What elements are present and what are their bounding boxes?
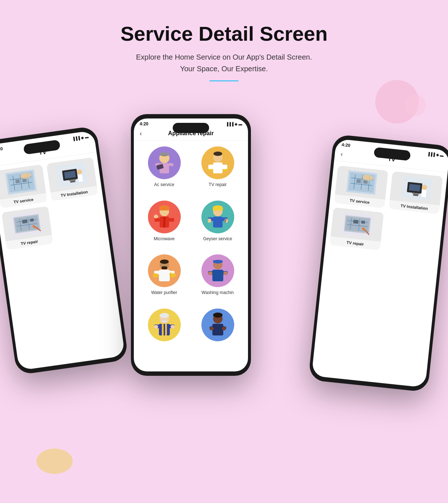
page-header: Service Detail Screen Explore the Home S… bbox=[0, 0, 448, 96]
tv-installation-svg-right bbox=[401, 176, 432, 201]
svg-point-82 bbox=[223, 271, 228, 275]
svg-rect-25 bbox=[30, 218, 34, 222]
svg-point-81 bbox=[208, 271, 212, 275]
tv-service-svg-right bbox=[346, 170, 377, 195]
water-purifier-icon bbox=[148, 254, 181, 287]
svg-rect-49 bbox=[163, 217, 165, 228]
service-item-washing[interactable]: Washing machin bbox=[193, 254, 242, 303]
svg-rect-97 bbox=[212, 324, 223, 335]
time-right: 4:20 bbox=[341, 142, 351, 148]
tv-installation-img bbox=[47, 157, 97, 193]
dynamic-island-center bbox=[173, 123, 209, 133]
tv-repair-img-right bbox=[331, 208, 384, 242]
svg-rect-57 bbox=[213, 208, 223, 210]
tv-repair-svg bbox=[11, 211, 43, 237]
tv-grid-right: TV service bbox=[325, 161, 448, 261]
svg-rect-114 bbox=[409, 184, 420, 192]
service-circle-water bbox=[148, 254, 181, 287]
time-left: 4:20 bbox=[0, 146, 3, 152]
svg-point-96 bbox=[213, 313, 223, 318]
svg-point-93 bbox=[171, 325, 175, 329]
service-label-washing: Washing machin bbox=[201, 290, 233, 295]
service-label-tv-repair: TV repair bbox=[209, 182, 227, 187]
washing-machine-icon bbox=[201, 254, 234, 287]
tv-service-card-right[interactable]: TV service bbox=[334, 165, 388, 208]
service-item-extra1[interactable] bbox=[140, 309, 189, 352]
service-item-tv-repair[interactable]: TV repair bbox=[193, 146, 242, 195]
svg-rect-77 bbox=[213, 260, 223, 263]
svg-rect-47 bbox=[159, 208, 169, 210]
svg-rect-43 bbox=[222, 165, 227, 169]
service-label-water: Water purifier bbox=[151, 290, 177, 295]
service-circle-microwave bbox=[148, 201, 181, 233]
back-button-center[interactable]: ‹ bbox=[140, 130, 142, 137]
tv-repair-card-left[interactable]: TV repair bbox=[1, 206, 53, 250]
service-grid-center: Ac service bbox=[134, 141, 248, 357]
status-icons-left: ▐▐▐ ◈ ▬ bbox=[72, 134, 89, 141]
status-icons-center: ▐▐▐ ◈ ▬ bbox=[226, 122, 242, 126]
svg-point-71 bbox=[153, 273, 159, 278]
ac-service-icon bbox=[148, 146, 181, 179]
service-item-extra2[interactable] bbox=[193, 309, 242, 352]
page-subtitle: Explore the Home Service on Our App's De… bbox=[7, 51, 441, 75]
svg-point-66 bbox=[160, 259, 169, 264]
svg-rect-109 bbox=[356, 179, 361, 183]
service-item-ac[interactable]: Ac service bbox=[140, 146, 189, 195]
tv-repair-card-right[interactable]: TV repair bbox=[329, 208, 384, 250]
service-label-ac: Ac service bbox=[154, 182, 174, 187]
service-circle-washing bbox=[201, 254, 234, 287]
tv-installation-card[interactable]: TV Installation bbox=[47, 157, 98, 201]
microwave-icon bbox=[148, 201, 181, 233]
page-title: Service Detail Screen bbox=[7, 22, 441, 45]
tv-service-svg bbox=[5, 169, 37, 195]
phones-container: 4:20 ▐▐▐ ◈ ▬ ‹ TV bbox=[0, 103, 448, 485]
phone-right: 4:20 ▐▐▐ ◈ ▬ ‹ TV bbox=[308, 134, 448, 393]
svg-rect-39 bbox=[213, 162, 223, 173]
svg-rect-88 bbox=[162, 324, 164, 335]
svg-rect-51 bbox=[169, 218, 174, 222]
svg-point-38 bbox=[213, 152, 222, 156]
svg-rect-53 bbox=[155, 214, 157, 217]
svg-point-101 bbox=[222, 327, 226, 330]
service-circle-tv-repair bbox=[201, 146, 234, 179]
svg-rect-42 bbox=[208, 165, 213, 169]
phone-left: 4:20 ▐▐▐ ◈ ▬ ‹ TV bbox=[0, 126, 129, 375]
tv-service-img bbox=[0, 164, 46, 200]
svg-rect-67 bbox=[161, 266, 167, 269]
tv-repair-img bbox=[1, 206, 52, 241]
svg-point-100 bbox=[209, 327, 214, 330]
svg-rect-58 bbox=[213, 217, 223, 228]
extra2-icon bbox=[201, 309, 234, 341]
service-label-geyser: Geyser service bbox=[203, 236, 232, 241]
back-button-right[interactable]: ‹ bbox=[340, 150, 343, 158]
svg-point-86 bbox=[161, 320, 167, 322]
svg-rect-89 bbox=[165, 324, 167, 335]
tv-repair-icon bbox=[201, 146, 234, 179]
service-item-geyser[interactable]: Geyser service bbox=[193, 201, 242, 249]
tv-installation-card-right[interactable]: TV Installation bbox=[389, 171, 443, 214]
service-circle-extra2 bbox=[201, 309, 234, 341]
svg-rect-126 bbox=[353, 220, 359, 224]
svg-point-92 bbox=[154, 325, 158, 329]
tv-repair-label-right: TV repair bbox=[345, 238, 366, 249]
svg-point-85 bbox=[160, 313, 169, 318]
svg-rect-24 bbox=[22, 219, 27, 224]
svg-rect-7 bbox=[15, 179, 20, 184]
geyser-icon bbox=[201, 201, 234, 233]
extra1-icon bbox=[148, 309, 181, 341]
svg-rect-50 bbox=[155, 218, 160, 222]
svg-rect-116 bbox=[421, 190, 426, 197]
phone-left-screen: 4:20 ▐▐▐ ◈ ▬ ‹ TV bbox=[0, 130, 125, 371]
tv-installation-img-right bbox=[389, 171, 443, 205]
header-underline bbox=[209, 80, 239, 81]
service-item-water[interactable]: Water purifier bbox=[140, 254, 189, 303]
phone-right-screen: 4:20 ▐▐▐ ◈ ▬ ‹ TV bbox=[312, 138, 448, 387]
svg-point-61 bbox=[208, 218, 211, 223]
tv-service-card[interactable]: TV service bbox=[0, 164, 47, 208]
phone-center: 4:20 ▐▐▐ ◈ ▬ ‹ Appliance repair bbox=[131, 114, 251, 376]
service-item-microwave[interactable]: Microwave bbox=[140, 201, 189, 249]
service-circle-geyser bbox=[201, 201, 234, 233]
tv-installation-svg bbox=[56, 162, 88, 188]
phone-center-screen: 4:20 ▐▐▐ ◈ ▬ ‹ Appliance repair bbox=[134, 118, 248, 371]
svg-rect-87 bbox=[159, 324, 170, 335]
